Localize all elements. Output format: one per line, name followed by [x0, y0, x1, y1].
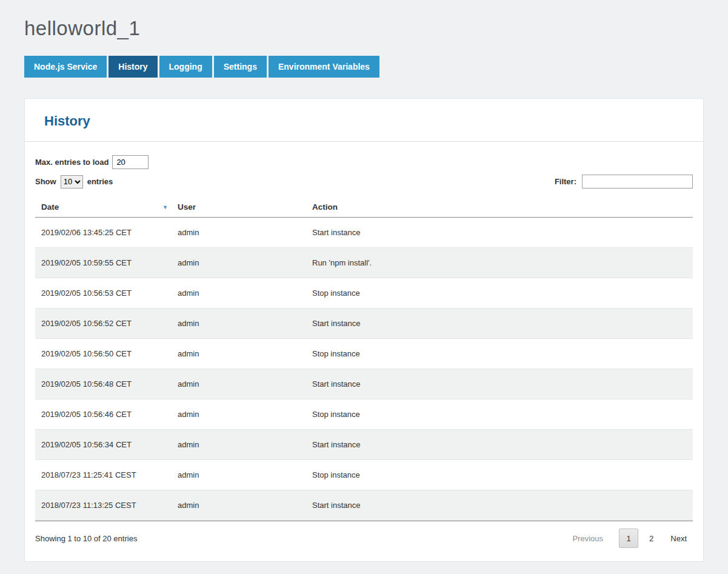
cell-action: Start instance [306, 490, 693, 521]
cell-date: 2019/02/05 10:56:52 CET [35, 309, 172, 339]
cell-action: Start instance [306, 309, 693, 339]
table-footer: Showing 1 to 10 of 20 entries Previous 1… [35, 521, 693, 561]
cell-date: 2019/02/06 13:45:25 CET [35, 218, 172, 248]
cell-action: Stop instance [306, 399, 693, 430]
entries-label: entries [87, 177, 113, 186]
page: helloworld_1 Node.js Service History Log… [0, 0, 728, 574]
table-header: Date ▼ User Action [35, 197, 693, 218]
cell-date: 2019/02/05 10:56:34 CET [35, 430, 172, 460]
table-header-row: Date ▼ User Action [35, 197, 693, 218]
table-row: 2019/02/06 13:45:25 CET admin Start inst… [35, 218, 693, 248]
cell-date: 2019/02/05 10:59:55 CET [35, 248, 172, 278]
table-row: 2019/02/05 10:56:46 CET admin Stop insta… [35, 399, 693, 430]
history-panel: History Max. entries to load Show 10 ent… [24, 98, 704, 562]
cell-action: Stop instance [306, 278, 693, 309]
cell-user: admin [172, 278, 306, 309]
table-row: 2019/02/05 10:56:34 CET admin Start inst… [35, 430, 693, 460]
pagination-page-1[interactable]: 1 [619, 529, 638, 548]
cell-date: 2018/07/23 11:25:41 CEST [35, 460, 172, 490]
max-entries-label: Max. entries to load [35, 158, 109, 167]
cell-action: Run 'npm install'. [306, 248, 693, 278]
cell-action: Stop instance [306, 339, 693, 369]
history-table: Date ▼ User Action 2019/02/06 13:45:25 C… [35, 197, 693, 521]
column-header-action[interactable]: Action [306, 197, 693, 218]
table-row: 2019/02/05 10:56:52 CET admin Start inst… [35, 309, 693, 339]
show-label: Show [35, 177, 56, 186]
tab-history[interactable]: History [109, 56, 157, 78]
tab-bar: Node.js Service History Logging Settings… [24, 56, 704, 78]
cell-user: admin [172, 369, 306, 399]
table-row: 2019/02/05 10:56:48 CET admin Start inst… [35, 369, 693, 399]
column-header-date-label: Date [41, 202, 59, 212]
cell-action: Stop instance [306, 460, 693, 490]
table-controls-row: Show 10 entries Filter: [35, 175, 693, 189]
filter-input[interactable] [582, 175, 693, 189]
pagination-page-2[interactable]: 2 [643, 530, 660, 547]
column-header-user[interactable]: User [172, 197, 306, 218]
table-row: 2018/07/23 11:25:41 CEST admin Stop inst… [35, 460, 693, 490]
filter-control: Filter: [555, 175, 693, 189]
table-body: 2019/02/06 13:45:25 CET admin Start inst… [35, 218, 693, 521]
table-row: 2019/02/05 10:59:55 CET admin Run 'npm i… [35, 248, 693, 278]
cell-user: admin [172, 430, 306, 460]
cell-user: admin [172, 339, 306, 369]
cell-user: admin [172, 490, 306, 521]
max-entries-row: Max. entries to load [35, 155, 693, 169]
pagination-next[interactable]: Next [664, 530, 693, 547]
table-row: 2018/07/23 11:13:25 CEST admin Start ins… [35, 490, 693, 521]
cell-action: Start instance [306, 218, 693, 248]
table-row: 2019/02/05 10:56:53 CET admin Stop insta… [35, 278, 693, 309]
page-length-select[interactable]: 10 [61, 175, 83, 189]
max-entries-input[interactable] [112, 155, 149, 169]
cell-date: 2019/02/05 10:56:46 CET [35, 399, 172, 430]
cell-date: 2018/07/23 11:13:25 CEST [35, 490, 172, 521]
panel-heading: History [44, 113, 684, 129]
pagination-previous[interactable]: Previous [566, 530, 609, 547]
cell-date: 2019/02/05 10:56:48 CET [35, 369, 172, 399]
cell-user: admin [172, 248, 306, 278]
tab-environment-variables[interactable]: Environment Variables [269, 56, 379, 78]
table-info: Showing 1 to 10 of 20 entries [35, 534, 137, 543]
column-header-date[interactable]: Date ▼ [35, 197, 172, 218]
cell-user: admin [172, 460, 306, 490]
filter-label: Filter: [555, 177, 576, 186]
cell-user: admin [172, 309, 306, 339]
cell-user: admin [172, 218, 306, 248]
table-row: 2019/02/05 10:56:50 CET admin Stop insta… [35, 339, 693, 369]
sort-desc-icon: ▼ [162, 204, 168, 210]
column-header-action-label: Action [312, 202, 338, 212]
panel-body: Max. entries to load Show 10 entries Fil… [25, 142, 703, 561]
pagination: Previous 1 2 Next [566, 529, 693, 548]
cell-action: Start instance [306, 430, 693, 460]
panel-header: History [25, 99, 703, 142]
cell-date: 2019/02/05 10:56:53 CET [35, 278, 172, 309]
column-header-user-label: User [178, 202, 196, 212]
cell-user: admin [172, 399, 306, 430]
page-length-control: Show 10 entries [35, 175, 113, 189]
page-title: helloworld_1 [24, 17, 704, 40]
tab-nodejs-service[interactable]: Node.js Service [24, 56, 107, 78]
tab-logging[interactable]: Logging [159, 56, 212, 78]
tab-settings[interactable]: Settings [214, 56, 267, 78]
cell-date: 2019/02/05 10:56:50 CET [35, 339, 172, 369]
cell-action: Start instance [306, 369, 693, 399]
